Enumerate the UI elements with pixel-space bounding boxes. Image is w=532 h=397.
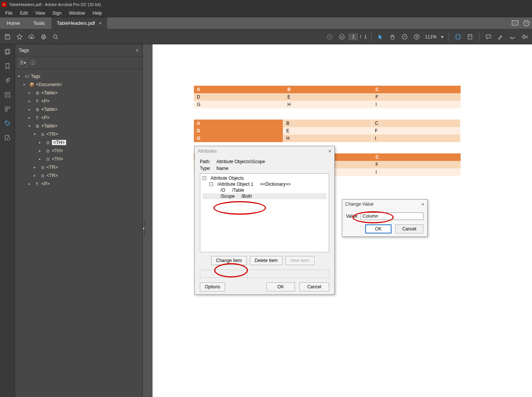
content-icon[interactable] <box>4 91 11 98</box>
tag-table-icon: ⊞ <box>35 90 40 95</box>
svg-rect-21 <box>486 35 491 38</box>
order-icon[interactable] <box>4 105 11 113</box>
accessibility-icon[interactable] <box>4 134 11 141</box>
bookmarks-icon[interactable] <box>4 62 11 70</box>
tab-tools[interactable]: Tools <box>27 17 51 29</box>
highlight-icon[interactable] <box>495 32 506 42</box>
panel-collapse-icon[interactable]: ◀ <box>143 221 145 236</box>
comment-icon[interactable] <box>483 32 494 42</box>
table-1: ABC DEF GHI <box>194 86 461 108</box>
tag-th-icon: ⊟ <box>45 140 50 145</box>
change-value-title: Change Value <box>345 202 373 207</box>
zoom-dropdown-icon[interactable]: ▾ <box>440 34 445 39</box>
attributes-listbox[interactable]: − Attribute Objects − /Attribute Object … <box>200 173 329 252</box>
attr-ok-button[interactable]: OK <box>266 282 295 291</box>
zoom-out-icon[interactable] <box>399 32 410 42</box>
svg-rect-19 <box>456 35 460 39</box>
page-total: 1 <box>364 34 368 39</box>
delete-item-button[interactable]: Delete Item <box>250 256 283 265</box>
value-input[interactable] <box>361 212 423 220</box>
svg-point-10 <box>54 35 57 38</box>
menu-file[interactable]: File <box>2 10 16 17</box>
hand-tool-icon[interactable] <box>387 32 398 42</box>
type-value: Name <box>216 166 228 171</box>
svg-rect-20 <box>468 35 472 39</box>
tag-tr-icon: ⊟ <box>40 132 45 137</box>
svg-rect-26 <box>8 107 10 109</box>
thumbnails-icon[interactable] <box>4 48 11 56</box>
status-box <box>200 270 329 278</box>
tag-doc-icon: 📦 <box>29 82 35 87</box>
star-icon[interactable] <box>14 32 25 42</box>
left-rail <box>0 44 15 397</box>
options-button[interactable]: Options <box>200 282 225 291</box>
svg-point-2 <box>515 23 515 23</box>
zoom-level[interactable]: 111% <box>423 34 438 39</box>
cv-ok-button[interactable]: OK <box>365 224 391 233</box>
svg-rect-25 <box>5 107 7 109</box>
tag-table-icon: ⊞ <box>35 107 40 112</box>
sign-icon[interactable] <box>507 32 518 42</box>
change-value-close-icon[interactable]: × <box>421 202 424 207</box>
select-tool-icon[interactable] <box>375 32 386 42</box>
cloud-icon[interactable] <box>26 32 37 42</box>
zoom-in-icon[interactable] <box>411 32 422 42</box>
tags-options-button[interactable]: ☰▾ <box>18 59 27 67</box>
change-item-button[interactable]: Change Item <box>211 256 247 265</box>
menu-edit[interactable]: Edit <box>16 10 32 17</box>
page-up-icon[interactable] <box>325 32 335 42</box>
tag-th-icon: ⊟ <box>45 156 50 162</box>
menu-window[interactable]: Window <box>65 10 89 17</box>
new-item-button: New Item <box>286 256 314 265</box>
stamp-icon[interactable] <box>519 32 530 42</box>
tab-strip: Home Tools TableHeaders.pdf × ? <box>0 17 532 29</box>
tags-panel-close-icon[interactable]: × <box>136 47 139 53</box>
help-icon[interactable]: ? <box>521 17 532 29</box>
svg-point-3 <box>516 23 517 23</box>
menu-help[interactable]: Help <box>89 10 106 17</box>
tab-document[interactable]: TableHeaders.pdf × <box>51 17 107 29</box>
svg-point-28 <box>6 122 7 123</box>
fit-page-icon[interactable] <box>465 32 475 42</box>
page-sep: / <box>359 34 362 39</box>
type-label: Type: <box>200 166 213 171</box>
tags-info-icon[interactable]: ⓘ <box>30 59 35 66</box>
page-down-icon[interactable] <box>337 32 347 42</box>
svg-point-1 <box>513 23 514 23</box>
tags-panel-title: Tags <box>19 47 29 53</box>
save-icon[interactable] <box>2 32 13 42</box>
page-number-input[interactable] <box>349 33 358 40</box>
tag-tr-icon: ⊟ <box>40 165 45 170</box>
cv-cancel-button[interactable]: Cancel <box>395 224 423 233</box>
tag-th-icon: ⊟ <box>45 148 50 153</box>
tag-p-icon: ¶ <box>35 181 40 186</box>
menu-view[interactable]: View <box>32 10 49 17</box>
tags-tree[interactable]: ▾🏷Tags ▾📦<Document> ▸⊞<Table> ▸¶<P> ▸⊞<T… <box>15 69 142 397</box>
attachments-icon[interactable] <box>4 77 11 84</box>
attributes-close-icon[interactable]: × <box>328 148 331 154</box>
notification-icon[interactable] <box>509 17 521 29</box>
attributes-dialog[interactable]: Attributes × Path:Attribute Objects\\Sco… <box>194 146 335 295</box>
tags-panel: Tags × ☰▾ ⓘ ▾🏷Tags ▾📦<Document> ▸⊞<Table… <box>15 44 143 397</box>
tab-document-label: TableHeaders.pdf <box>57 20 95 26</box>
attr-cancel-button[interactable]: Cancel <box>299 282 329 291</box>
app-logo-icon: A <box>2 2 7 7</box>
print-icon[interactable] <box>38 32 49 42</box>
tab-home[interactable]: Home <box>0 17 27 29</box>
tab-close-icon[interactable]: × <box>99 20 102 26</box>
svg-text:?: ? <box>525 21 527 26</box>
tag-p-icon: ¶ <box>35 115 40 120</box>
svg-rect-24 <box>5 92 10 97</box>
menu-sign[interactable]: Sign <box>49 10 65 17</box>
title-bar: A TableHeaders.pdf - Adobe Acrobat Pro D… <box>0 0 532 9</box>
svg-point-12 <box>328 34 332 39</box>
fit-width-icon[interactable] <box>453 32 463 42</box>
change-value-dialog[interactable]: Change Value × Value: OK Cancel <box>342 199 428 237</box>
tags-icon[interactable] <box>4 120 11 127</box>
toolbar: / 1 111% ▾ <box>0 29 532 44</box>
window-title: TableHeaders.pdf - Adobe Acrobat Pro DC … <box>9 2 101 7</box>
scope-row-selected: /Scope /Both <box>203 193 326 199</box>
search-icon[interactable] <box>50 32 61 42</box>
path-value: Attribute Objects\\Scope <box>216 159 265 164</box>
tag-tr-icon: ⊟ <box>40 173 45 178</box>
